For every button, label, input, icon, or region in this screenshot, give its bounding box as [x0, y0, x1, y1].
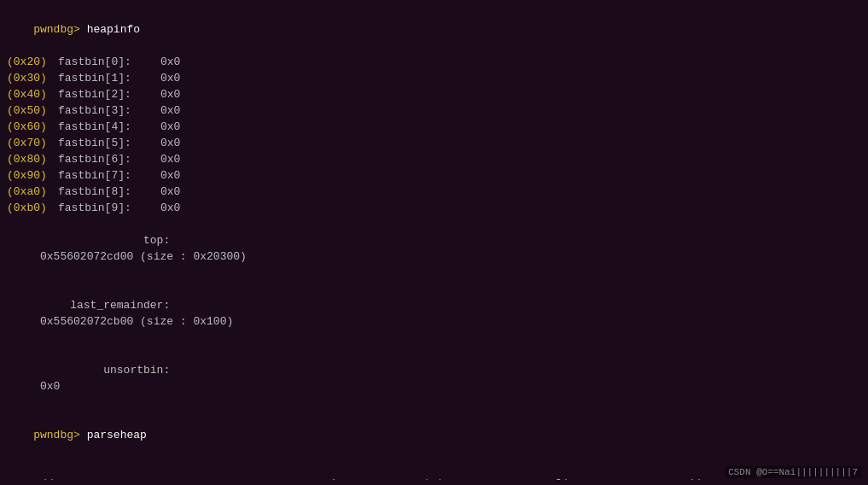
top-value: 0x55602072cd00: [33, 250, 140, 263]
fastbin-line: (0x90)fastbin[7]:0x0: [7, 167, 861, 184]
fastbin-line: (0x60)fastbin[4]:0x0: [7, 119, 861, 135]
header-prev: prev: [178, 476, 323, 480]
fastbin-line: (0x50)fastbin[3]:0x0: [7, 102, 861, 119]
unsortbin-label: unsortbin:: [33, 362, 170, 378]
watermark: CSDN @O==Nai||||||||||7: [725, 466, 861, 478]
header-fd: fd: [554, 476, 690, 480]
top-label: top:: [33, 232, 170, 248]
last-remainder-label: last_remainder:: [33, 297, 170, 313]
fastbin-line: (0x20)fastbin[0]:0x0: [7, 54, 861, 70]
heapinfo-prompt-line: pwndbg> heapinfo: [7, 5, 861, 54]
prompt1: pwndbg>: [33, 23, 80, 36]
parseheap-prompt-line: pwndbg> parseheap: [7, 411, 861, 459]
fastbin-line: (0x80)fastbin[6]:0x0: [7, 151, 861, 167]
fastbin-line: (0xb0)fastbin[9]:0x0: [7, 200, 861, 216]
top-line: top: 0x55602072cd00 (size : 0x20300): [7, 216, 861, 281]
fastbin-line: (0x30)fastbin[1]:0x0: [7, 70, 861, 86]
last-remainder-value: 0x55602072cb00: [33, 315, 140, 328]
header-bk: bk: [690, 476, 704, 480]
prompt2: pwndbg>: [33, 429, 80, 441]
header-addr: addr: [33, 476, 178, 480]
cmd1: heapinfo: [80, 23, 140, 36]
top-size: (size : 0x20300): [140, 250, 247, 263]
header-status: status: [417, 476, 554, 480]
unsortbin-value: 0x0: [33, 380, 60, 393]
fastbin-section: (0x20)fastbin[0]:0x0(0x30)fastbin[1]:0x0…: [7, 54, 861, 216]
cmd2: parseheap: [80, 429, 147, 441]
header-size: size: [323, 476, 417, 480]
terminal: pwndbg> heapinfo (0x20)fastbin[0]:0x0(0x…: [7, 5, 861, 480]
unsortbin-line: unsortbin: 0x0: [7, 346, 861, 411]
last-remainder-size: (size : 0x100): [140, 315, 233, 328]
fastbin-line: (0x40)fastbin[2]:0x0: [7, 86, 861, 102]
last-remainder-line: last_remainder: 0x55602072cb00 (size : 0…: [7, 281, 861, 346]
fastbin-line: (0x70)fastbin[5]:0x0: [7, 135, 861, 151]
fastbin-line: (0xa0)fastbin[8]:0x0: [7, 184, 861, 200]
